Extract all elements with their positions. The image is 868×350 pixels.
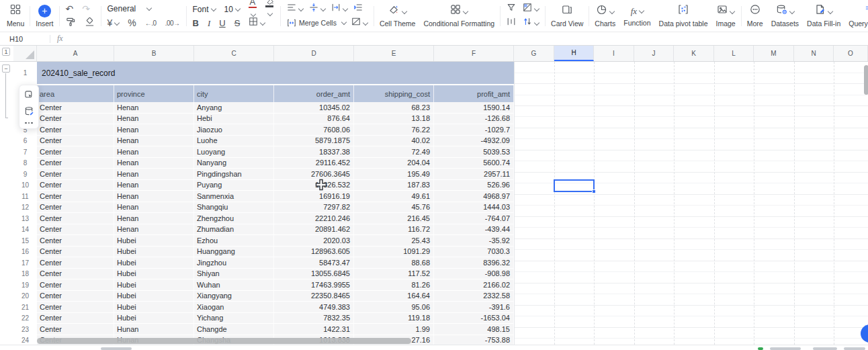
row-header-18[interactable]: 18 <box>13 269 37 280</box>
cell[interactable]: Luoyang <box>194 146 274 157</box>
column-header-J[interactable]: J <box>634 46 674 61</box>
cell[interactable]: 5600.74 <box>434 158 514 169</box>
column-header-L[interactable]: L <box>714 46 754 61</box>
cell[interactable]: Henan <box>114 191 194 202</box>
cell[interactable]: 2332.58 <box>434 291 514 302</box>
cell[interactable]: 4749.383 <box>274 302 354 312</box>
cell[interactable]: Hunan <box>114 324 194 335</box>
cell[interactable]: Ezhou <box>194 235 274 246</box>
freeze-panes-button[interactable] <box>523 3 539 15</box>
currency-button[interactable]: ¥ <box>107 17 120 29</box>
row-header-10[interactable]: 10 <box>13 180 37 191</box>
cell[interactable]: 1590.14 <box>434 102 514 113</box>
cell[interactable]: -35.92 <box>434 235 514 246</box>
increase-decimal-button[interactable]: .00→ <box>165 19 180 27</box>
underline-button[interactable]: U <box>219 19 225 28</box>
header-cell-order_amt[interactable]: order_amt <box>274 85 354 102</box>
cell[interactable]: -391.6 <box>434 302 514 312</box>
column-header-K[interactable]: K <box>674 46 714 61</box>
row-header-20[interactable]: 20 <box>13 291 37 302</box>
cell[interactable]: 8396.32 <box>434 257 514 268</box>
cell[interactable]: 68.23 <box>354 102 434 113</box>
cell[interactable]: 17463.9955 <box>274 279 354 290</box>
cell[interactable]: Center <box>37 269 114 279</box>
cell[interactable]: Hubei <box>114 313 194 324</box>
vertical-align-button[interactable] <box>309 3 325 15</box>
insert-button[interactable]: + Insert <box>32 1 57 31</box>
cell[interactable]: Hubei <box>114 291 194 302</box>
cell[interactable]: 187.83 <box>354 180 434 191</box>
title-cell[interactable]: 202410_sale_record <box>37 62 514 84</box>
header-cell-shipping_cost[interactable]: shipping_cost <box>354 85 434 102</box>
cell[interactable]: 2957.11 <box>434 169 514 179</box>
cell[interactable]: -1029.7 <box>434 124 514 135</box>
image-button[interactable]: Image <box>712 1 740 31</box>
row-header-8[interactable]: 8 <box>13 158 37 169</box>
cell[interactable]: 72.49 <box>354 146 434 157</box>
horizontal-align-button[interactable] <box>287 3 303 15</box>
row-header-11[interactable]: 11 <box>13 191 37 202</box>
conditional-formatting-button[interactable]: Conditional Formatting <box>419 1 498 31</box>
column-header-A[interactable]: A <box>37 46 114 61</box>
text-wrap-button[interactable] <box>331 3 347 15</box>
cell[interactable]: Puyang <box>194 180 274 191</box>
row-header-22[interactable]: 22 <box>13 313 37 324</box>
split-panes-icon[interactable] <box>507 17 516 29</box>
header-cell-city[interactable]: city <box>194 85 274 102</box>
cell[interactable]: -764.07 <box>434 213 514 224</box>
percent-button[interactable]: % <box>128 18 136 28</box>
cell[interactable]: 58473.47 <box>274 257 354 268</box>
cell[interactable]: 5039.53 <box>434 146 514 157</box>
cell[interactable]: Center <box>37 114 114 124</box>
cell[interactable]: -4932.09 <box>434 136 514 146</box>
more-button[interactable]: More <box>743 1 767 31</box>
cell[interactable]: 27606.3645 <box>274 169 354 179</box>
cell[interactable]: Henan <box>114 146 194 157</box>
cell[interactable]: Huanggang <box>194 247 274 257</box>
cell[interactable]: 117.52 <box>354 269 434 279</box>
cell[interactable]: 526.96 <box>434 180 514 191</box>
cell[interactable]: Henan <box>114 114 194 124</box>
header-cell-area[interactable]: area <box>37 85 114 102</box>
cell[interactable]: -439.44 <box>434 224 514 235</box>
horizontal-scrollbar[interactable] <box>37 338 411 344</box>
cell[interactable]: Center <box>37 146 114 157</box>
row-header-21[interactable]: 21 <box>13 302 37 313</box>
cell[interactable]: 19326.532 <box>274 180 354 191</box>
cell[interactable]: Center <box>37 202 114 213</box>
cell[interactable]: Pingdingshan <box>194 169 274 179</box>
column-header-M[interactable]: M <box>754 46 794 61</box>
cell[interactable]: Center <box>37 191 114 202</box>
outline-level-1-button[interactable]: 1 <box>2 48 10 56</box>
charts-button[interactable]: Charts <box>591 1 619 31</box>
undo-icon[interactable]: ↶ <box>66 4 74 13</box>
cell[interactable]: 7832.35 <box>274 313 354 324</box>
header-cell-province[interactable]: province <box>114 85 194 102</box>
function-button[interactable]: fx Function <box>619 1 654 31</box>
cell[interactable]: 128963.605 <box>274 247 354 257</box>
cell[interactable]: 5879.1875 <box>274 136 354 146</box>
row-header-9[interactable]: 9 <box>13 169 37 180</box>
indent-button[interactable] <box>353 3 363 15</box>
cell[interactable]: 498.15 <box>434 324 514 335</box>
cell[interactable]: Center <box>37 224 114 235</box>
cell[interactable]: 45.76 <box>354 202 434 213</box>
column-header-O[interactable]: O <box>834 46 868 61</box>
cell[interactable]: 10345.02 <box>274 102 354 113</box>
row-header-12[interactable]: 12 <box>13 202 37 214</box>
cell[interactable]: Center <box>37 257 114 268</box>
cell[interactable]: Henan <box>114 213 194 224</box>
cell[interactable]: Shiyan <box>194 269 274 279</box>
cell[interactable]: Center <box>37 102 114 113</box>
cell[interactable]: Center <box>37 313 114 324</box>
redo-icon[interactable]: ↷ <box>82 4 90 13</box>
cell[interactable]: 119.18 <box>354 313 434 324</box>
cell[interactable]: 22350.8465 <box>274 291 354 302</box>
cell[interactable]: Center <box>37 291 114 302</box>
cell[interactable]: 1091.29 <box>354 247 434 257</box>
cell[interactable]: Jiaozuo <box>194 124 274 135</box>
select-all-corner[interactable] <box>13 46 37 61</box>
row-header-23[interactable]: 23 <box>13 324 37 335</box>
datasets-button[interactable]: Datasets <box>767 1 803 31</box>
font-family-select[interactable]: Font <box>193 3 216 15</box>
